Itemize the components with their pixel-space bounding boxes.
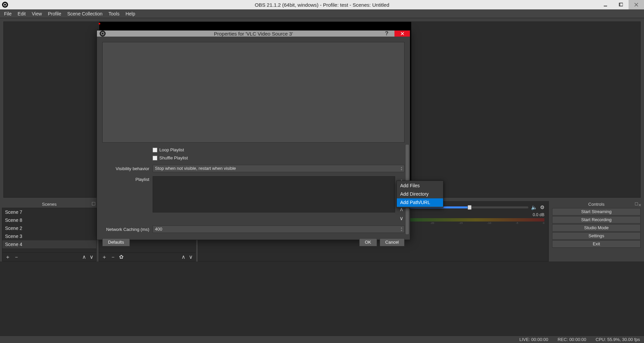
ok-button[interactable]: OK (359, 238, 377, 246)
add-source-button[interactable]: ＋ (102, 254, 107, 260)
scenes-list[interactable]: Scene 7 Scene 8 Scene 2 Scene 3 Scene 4 (2, 208, 96, 252)
dialog-close-button[interactable]: ✕ (394, 31, 410, 37)
network-caching-label: Network Caching (ms) (102, 227, 149, 232)
source-properties-button[interactable]: ✿ (119, 254, 123, 260)
studio-mode-button[interactable]: Studio Mode (552, 224, 641, 232)
dropdown-spinner-icon[interactable]: ▲▼ (399, 166, 404, 171)
exit-button[interactable]: Exit (552, 240, 641, 248)
scene-item[interactable]: Scene 7 (2, 208, 96, 216)
menu-edit[interactable]: Edit (15, 10, 29, 17)
mute-icon[interactable]: 🔈 (531, 204, 537, 210)
dialog-help-button[interactable]: ? (379, 31, 394, 37)
scene-down-button[interactable]: ∨ (90, 254, 94, 260)
start-recording-button[interactable]: Start Recording (552, 216, 641, 224)
window-title: OBS 21.1.2 (64bit, windows) - Profile: t… (0, 2, 644, 8)
status-rec: REC: 00:00:00 (557, 337, 586, 342)
remove-scene-button[interactable]: － (14, 254, 19, 260)
scene-item[interactable]: Scene 8 (2, 216, 96, 224)
menu-tools[interactable]: Tools (106, 10, 122, 17)
scene-item[interactable]: Scene 4 (2, 240, 96, 248)
menu-add-files[interactable]: Add Files (397, 182, 443, 190)
statusbar: LIVE: 00:00:00 REC: 00:00:00 CPU: 55.9%,… (0, 336, 644, 343)
menu-file[interactable]: File (1, 10, 14, 17)
playlist-add-context-menu: Add Files Add Directory Add Path/URL (396, 181, 443, 208)
scene-up-button[interactable]: ∧ (82, 254, 86, 260)
visibility-label: Visibility behavior (102, 166, 149, 171)
track-level: 0.0 dB (533, 212, 544, 217)
visibility-select[interactable]: Stop when not visible, restart when visi… (153, 165, 405, 172)
menubar: File Edit View Profile Scene Collection … (0, 9, 644, 18)
loop-playlist-label: Loop Playlist (159, 147, 184, 152)
close-dock-icon[interactable]: ✕ (638, 202, 641, 208)
settings-button[interactable]: Settings (552, 232, 641, 240)
remove-source-button[interactable]: － (110, 254, 116, 260)
playlist-down-button[interactable]: ∨ (399, 215, 404, 222)
popout-icon[interactable] (92, 202, 95, 205)
defaults-button[interactable]: Defaults (102, 238, 130, 246)
source-down-button[interactable]: ∨ (189, 254, 193, 260)
status-cpu: CPU: 55.9%, 30.00 fps (596, 337, 640, 342)
status-live: LIVE: 00:00:00 (519, 337, 548, 342)
shuffle-playlist-label: Shuffle Playlist (159, 155, 188, 160)
dialog-preview (102, 42, 405, 143)
loop-playlist-checkbox[interactable] (153, 148, 157, 152)
menu-help[interactable]: Help (123, 10, 138, 17)
add-scene-button[interactable]: ＋ (5, 254, 10, 260)
scene-item[interactable]: Scene 3 (2, 232, 96, 240)
popout-icon[interactable] (635, 202, 638, 205)
playlist-listbox[interactable] (153, 176, 395, 212)
properties-dialog: Properties for 'VLC Video Source 3' ? ✕ … (97, 30, 410, 240)
scene-item[interactable]: Scene 2 (2, 224, 96, 232)
dialog-title: Properties for 'VLC Video Source 3' (97, 31, 410, 37)
menu-scene-collection[interactable]: Scene Collection (64, 10, 105, 17)
menu-profile[interactable]: Profile (45, 10, 64, 17)
scenes-header: Scenes (2, 201, 97, 208)
network-caching-input[interactable]: 400 ▲▼ (153, 226, 405, 233)
start-streaming-button[interactable]: Start Streaming (552, 208, 641, 215)
source-handle-icon[interactable] (99, 23, 100, 24)
dialog-titlebar[interactable]: Properties for 'VLC Video Source 3' ? ✕ (97, 31, 410, 37)
cancel-button[interactable]: Cancel (380, 238, 405, 246)
spinner-icon[interactable]: ▲▼ (399, 227, 404, 232)
source-up-button[interactable]: ∧ (181, 254, 185, 260)
menu-add-path-url[interactable]: Add Path/URL (397, 198, 443, 207)
main-titlebar: OBS 21.1.2 (64bit, windows) - Profile: t… (0, 0, 644, 9)
playlist-label: Playlist (102, 176, 149, 182)
track-settings-icon[interactable]: ⚙ (540, 204, 544, 210)
scenes-dock: Scenes Scene 7 Scene 8 Scene 2 Scene 3 S… (2, 201, 97, 261)
controls-header: Controls ✕ (551, 201, 642, 208)
shuffle-playlist-checkbox[interactable] (153, 156, 157, 160)
controls-dock: Controls ✕ Start Streaming Start Recordi… (551, 201, 642, 261)
menu-add-directory[interactable]: Add Directory (397, 190, 443, 198)
menu-view[interactable]: View (29, 10, 45, 17)
